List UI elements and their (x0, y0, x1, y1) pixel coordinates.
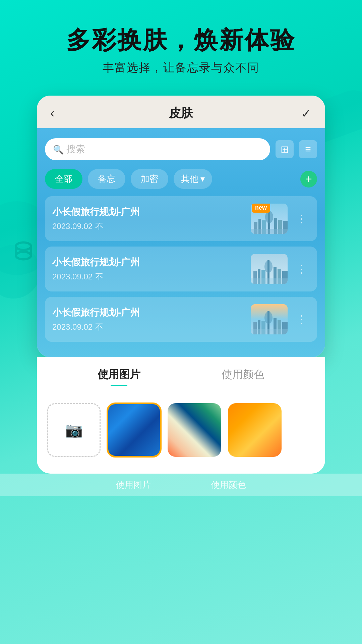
note-card-1-flag: 不 (95, 221, 103, 232)
camera-icon: 📷 (65, 421, 83, 439)
wallpaper-rainbow-preview (168, 403, 221, 457)
outer-nav-image[interactable]: 使用图片 (116, 479, 151, 491)
note-card-3-date: 2023.09.02 不 (52, 322, 245, 332)
bottom-section: 使用图片 使用颜色 📷 (37, 357, 325, 474)
city-image-3 (251, 304, 288, 334)
check-button[interactable]: ✓ (301, 106, 312, 121)
svg-point-29 (264, 312, 273, 324)
navbar-title: 皮肤 (169, 105, 193, 121)
bottom-tabs-row: 使用图片 使用颜色 (37, 357, 325, 393)
list-view-button[interactable]: ≡ (299, 140, 317, 158)
note-card-3-text: 小长假旅行规划-广州 2023.09.02 不 (52, 306, 245, 332)
note-card-1[interactable]: 小长假旅行规划-广州 2023.09.02 不 new (45, 196, 317, 241)
city-image-2 (251, 254, 288, 284)
header-section: 多彩换肤，焕新体验 丰富选择，让备忘录与众不同 (0, 0, 362, 86)
note-card-3-more[interactable]: ⋮ (294, 312, 310, 327)
note-card-2-thumbnail (251, 254, 288, 284)
filter-row: 全部 备忘 加密 其他 ▾ + (45, 169, 317, 189)
wallpaper-blue-preview (107, 403, 161, 457)
add-photo-button[interactable]: 📷 (47, 403, 101, 457)
filter-tab-encrypted[interactable]: 加密 (131, 169, 168, 189)
note-card-2-date: 2023.09.02 不 (52, 271, 245, 282)
add-category-button[interactable]: + (300, 171, 317, 187)
main-title: 多彩换肤，焕新体验 (0, 27, 362, 53)
search-icon: 🔍 (53, 145, 62, 154)
note-card-2-title: 小长假旅行规划-广州 (52, 256, 245, 269)
note-card-2-flag: 不 (95, 271, 103, 282)
filter-tab-other[interactable]: 其他 ▾ (174, 169, 212, 189)
svg-point-19 (264, 261, 273, 273)
sub-title: 丰富选择，让备忘录与众不同 (0, 60, 362, 75)
wallpaper-orange-preview (228, 403, 282, 457)
svg-point-9 (265, 211, 273, 223)
svg-point-0 (16, 243, 31, 250)
app-content-area: 🔍 搜索 ⊞ ≡ 全部 备忘 加密 其他 ▾ + 小长假旅行规划-广州 (37, 128, 325, 357)
wallpaper-rainbow-thumb[interactable] (168, 403, 221, 457)
note-card-1-date: 2023.09.02 不 (52, 221, 245, 232)
tab-use-color[interactable]: 使用颜色 (181, 357, 305, 393)
list-icon: ≡ (305, 144, 311, 155)
app-mockup-card: ‹ 皮肤 ✓ 🔍 搜索 ⊞ ≡ 全部 备忘 加密 其他 ▾ (37, 96, 325, 357)
svg-rect-13 (251, 229, 288, 234)
svg-point-1 (16, 252, 31, 259)
note-card-2-text: 小长假旅行规划-广州 2023.09.02 不 (52, 256, 245, 282)
back-button[interactable]: ‹ (50, 106, 55, 120)
search-row: 🔍 搜索 ⊞ ≡ (45, 138, 317, 160)
note-card-3-flag: 不 (95, 322, 103, 332)
wallpaper-blue-thumb[interactable] (107, 403, 161, 457)
outer-nav-color[interactable]: 使用颜色 (211, 479, 246, 491)
tab-use-image[interactable]: 使用图片 (57, 357, 181, 393)
note-card-3[interactable]: 小长假旅行规划-广州 2023.09.02 不 (45, 297, 317, 342)
filter-tab-all[interactable]: 全部 (45, 169, 82, 189)
wallpaper-orange-thumb[interactable] (228, 403, 282, 457)
new-badge: new (252, 204, 270, 213)
note-card-1-text: 小长假旅行规划-广州 2023.09.02 不 (52, 206, 245, 232)
note-card-2[interactable]: 小长假旅行规划-广州 2023.09.02 不 (45, 247, 317, 291)
svg-rect-23 (251, 278, 288, 284)
note-card-1-title: 小长假旅行规划-广州 (52, 206, 245, 218)
svg-rect-33 (251, 329, 288, 334)
note-card-3-thumbnail (251, 304, 288, 334)
chevron-down-icon: ▾ (200, 174, 205, 184)
note-card-1-thumbnail: new (251, 204, 288, 234)
image-options-row: 📷 (37, 393, 325, 457)
grid-icon: ⊞ (281, 144, 289, 155)
outer-bottom-nav: 使用图片 使用颜色 (0, 474, 362, 496)
note-card-2-more[interactable]: ⋮ (294, 261, 310, 277)
note-card-1-more[interactable]: ⋮ (294, 211, 310, 226)
grid-view-button[interactable]: ⊞ (276, 140, 294, 158)
other-label: 其他 (181, 173, 198, 185)
search-input-wrapper[interactable]: 🔍 搜索 (45, 138, 270, 160)
search-placeholder: 搜索 (66, 143, 85, 156)
note-card-3-title: 小长假旅行规划-广州 (52, 306, 245, 319)
app-navbar: ‹ 皮肤 ✓ (37, 96, 325, 128)
filter-tab-memo[interactable]: 备忘 (88, 169, 125, 189)
